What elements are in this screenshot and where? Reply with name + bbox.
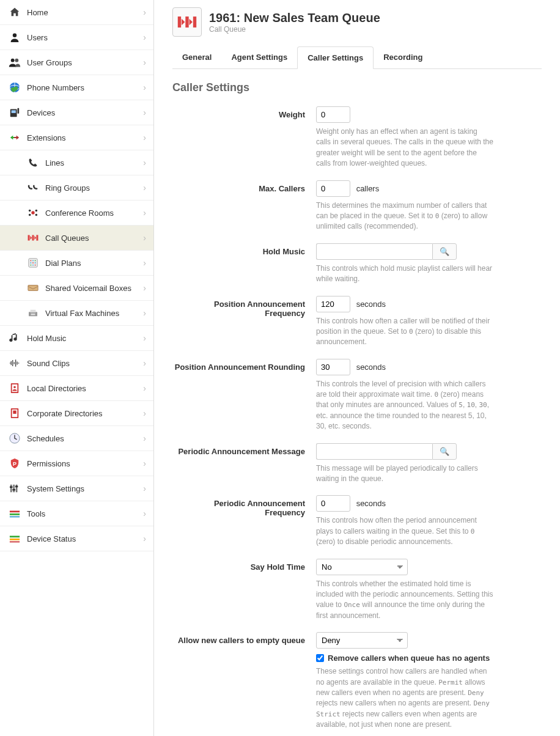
dial-plan-icon	[26, 257, 40, 269]
arrows-icon	[7, 131, 22, 144]
svg-point-16	[35, 260, 36, 262]
svg-rect-25	[31, 310, 36, 312]
weight-input[interactable]	[316, 106, 350, 123]
music-icon	[7, 332, 22, 344]
sidebar-item-label: Lines	[45, 158, 143, 167]
chevron-right-icon: ›	[143, 133, 146, 142]
svg-point-2	[15, 59, 18, 62]
hold-music-input[interactable]	[316, 243, 432, 260]
svg-point-15	[32, 260, 34, 262]
svg-rect-36	[13, 485, 15, 492]
tab-caller-settings[interactable]: Caller Settings	[297, 46, 374, 69]
sidebar-item-dial-plans[interactable]: Dial Plans ›	[0, 251, 153, 276]
chevron-right-icon: ›	[143, 333, 146, 343]
periodic-msg-input[interactable]	[316, 443, 432, 460]
sidebar-item-label: Device Status	[27, 534, 143, 543]
voicemail-icon	[26, 282, 40, 294]
sidebar-item-schedules[interactable]: Schedules ›	[0, 426, 153, 451]
chevron-right-icon: ›	[143, 283, 146, 293]
settings-icon	[7, 482, 22, 495]
sidebar-item-lines[interactable]: Lines ›	[0, 150, 153, 175]
chevron-right-icon: ›	[143, 308, 146, 318]
sidebar-item-label: Call Queues	[45, 234, 143, 243]
periodic-msg-search-button[interactable]: 🔍	[432, 443, 457, 460]
sidebar-item-label: Hold Music	[27, 334, 143, 343]
sidebar-item-extensions[interactable]: Extensions ›	[0, 125, 153, 150]
sidebar-item-local-directories[interactable]: Local Directories ›	[0, 376, 153, 401]
svg-rect-40	[15, 486, 18, 488]
sidebar-item-user-groups[interactable]: User Groups ›	[0, 50, 153, 75]
sidebar-item-home[interactable]: Home ›	[0, 0, 153, 25]
svg-rect-6	[12, 110, 16, 113]
sidebar-item-label: Phone Numbers	[27, 83, 143, 92]
svg-rect-45	[10, 539, 20, 540]
periodic-freq-unit: seconds	[356, 499, 386, 508]
allow-empty-select[interactable]: Deny	[316, 632, 408, 649]
search-icon: 🔍	[440, 247, 449, 256]
sidebar-item-device-status[interactable]: Device Status ›	[0, 526, 153, 551]
sidebar-item-hold-music[interactable]: Hold Music ›	[0, 326, 153, 351]
search-icon: 🔍	[440, 447, 449, 456]
chevron-right-icon: ›	[143, 158, 146, 167]
home-icon	[7, 6, 22, 18]
sidebar-item-tools[interactable]: Tools ›	[0, 501, 153, 526]
periodic-freq-input[interactable]	[316, 495, 350, 512]
sidebar-item-system-settings[interactable]: System Settings ›	[0, 476, 153, 501]
svg-rect-44	[10, 536, 20, 538]
sidebar-item-virtual-fax[interactable]: Virtual Fax Machines ›	[0, 301, 153, 326]
device-icon	[7, 106, 22, 119]
main-content: 1961: New Sales Team Queue Call Queue Ge…	[154, 0, 560, 736]
tools-icon	[7, 507, 22, 520]
sidebar-item-call-queues[interactable]: Call Queues ›	[0, 226, 153, 251]
remove-callers-label: Remove callers when queue has no agents	[328, 653, 490, 663]
user-icon	[7, 31, 22, 43]
svg-rect-43	[10, 517, 20, 518]
pos-ann-freq-help: This controls how often a caller will be…	[316, 316, 493, 348]
sidebar-item-label: Sound Clips	[27, 359, 143, 368]
hold-music-search-button[interactable]: 🔍	[432, 243, 457, 260]
chevron-right-icon: ›	[143, 258, 146, 268]
pos-ann-round-unit: seconds	[356, 362, 386, 372]
sidebar-item-corporate-directories[interactable]: Corporate Directories ›	[0, 401, 153, 426]
tab-agent-settings[interactable]: Agent Settings	[221, 46, 297, 68]
sidebar-item-conference-rooms[interactable]: Conference Rooms ›	[0, 201, 153, 226]
svg-point-18	[32, 262, 34, 263]
tab-recording[interactable]: Recording	[374, 46, 432, 68]
sidebar-item-label: Dial Plans	[45, 259, 143, 268]
sidebar-item-phone-numbers[interactable]: Phone Numbers ›	[0, 75, 153, 100]
chevron-right-icon: ›	[143, 183, 146, 193]
page-header: 1961: New Sales Team Queue Call Queue	[172, 7, 542, 37]
sidebar-item-ring-groups[interactable]: Ring Groups ›	[0, 175, 153, 201]
pos-ann-freq-input[interactable]	[316, 296, 350, 312]
sidebar-item-label: Schedules	[27, 434, 143, 443]
chevron-right-icon: ›	[143, 108, 146, 117]
sidebar: Home › Users › User Groups › Phone Numbe…	[0, 0, 154, 736]
field-allow-empty: Allow new callers to empty queue Deny Re…	[172, 632, 542, 730]
svg-point-8	[31, 211, 34, 214]
sidebar-item-label: Conference Rooms	[45, 208, 143, 218]
sidebar-item-users[interactable]: Users ›	[0, 25, 153, 50]
chevron-right-icon: ›	[143, 32, 146, 42]
pos-ann-round-input[interactable]	[316, 359, 350, 375]
svg-point-1	[11, 59, 15, 62]
max-callers-input[interactable]	[316, 180, 350, 197]
sound-icon	[7, 357, 22, 369]
max-callers-label: Max. Callers	[172, 180, 316, 232]
say-hold-select[interactable]: No	[316, 559, 408, 575]
group-icon	[7, 56, 22, 68]
field-periodic-msg: Periodic Announcement Message 🔍 This mes…	[172, 443, 542, 485]
sidebar-item-sound-clips[interactable]: Sound Clips ›	[0, 351, 153, 376]
page-title: 1961: New Sales Team Queue	[209, 11, 380, 25]
chevron-right-icon: ›	[143, 458, 146, 468]
remove-callers-checkbox[interactable]	[316, 654, 324, 662]
periodic-msg-label: Periodic Announcement Message	[172, 443, 316, 485]
page-subtitle: Call Queue	[209, 25, 380, 34]
fax-icon	[26, 307, 40, 319]
sidebar-item-devices[interactable]: Devices ›	[0, 100, 153, 125]
sidebar-item-shared-voicemail[interactable]: Shared Voicemail Boxes ›	[0, 276, 153, 301]
chevron-right-icon: ›	[143, 208, 146, 218]
svg-point-22	[35, 265, 36, 266]
sidebar-item-permissions[interactable]: P Permissions ›	[0, 451, 153, 476]
svg-point-11	[29, 214, 31, 216]
tab-general[interactable]: General	[172, 46, 221, 68]
